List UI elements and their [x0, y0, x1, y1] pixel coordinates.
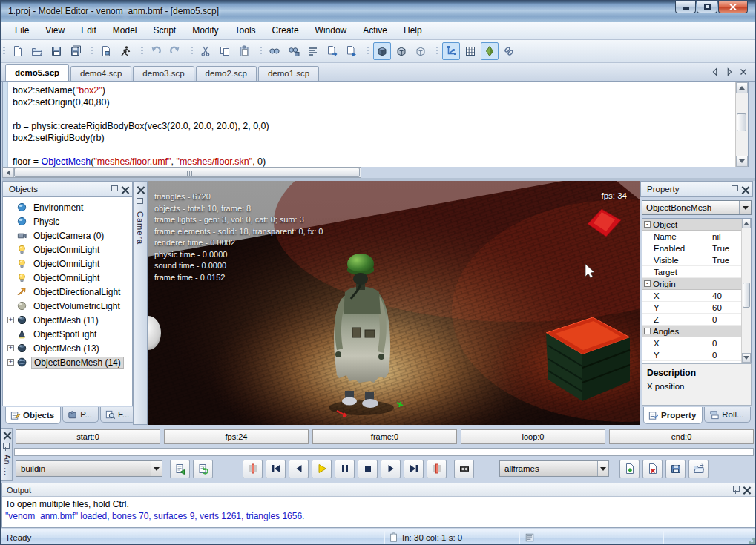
- toolbar-save-file-button[interactable]: [47, 42, 65, 60]
- close-icon[interactable]: [121, 185, 129, 194]
- transport-key-marker-button[interactable]: [427, 460, 447, 478]
- timeline-track[interactable]: [14, 448, 754, 456]
- menu-view[interactable]: View: [37, 22, 73, 39]
- toolbar-find-save-button[interactable]: [285, 42, 303, 60]
- toolbar-list-button[interactable]: [304, 42, 322, 60]
- menu-modify[interactable]: Modify: [184, 22, 226, 39]
- toolbar-cube-translucent-button[interactable]: [392, 42, 410, 60]
- transport-script-reload-button[interactable]: [193, 460, 213, 478]
- resize-grip[interactable]: [746, 535, 755, 544]
- close-icon[interactable]: [743, 486, 751, 494]
- toolbar-paste-button[interactable]: [235, 42, 253, 60]
- frames-dropdown[interactable]: allframes: [499, 460, 609, 477]
- panel-tab-property[interactable]: Property: [643, 407, 703, 424]
- scroll-down-button[interactable]: [742, 353, 751, 363]
- tree-item-objectomnilight[interactable]: ObjectOmniLight: [3, 257, 132, 271]
- transport-anim-delete-button[interactable]: [642, 460, 663, 478]
- tab-demo5.scp[interactable]: demo5.scp: [5, 64, 69, 81]
- tree-item-objectspotlight[interactable]: ObjectSpotLight: [3, 327, 132, 341]
- transport-play-button[interactable]: [312, 460, 332, 478]
- property-value[interactable]: 0: [709, 351, 741, 360]
- tree-item-environment[interactable]: Environment: [3, 200, 132, 214]
- panel-tab-objects[interactable]: Objects: [5, 407, 61, 424]
- dropdown-arrow[interactable]: [739, 201, 751, 214]
- animation-dropdown[interactable]: buildin: [16, 460, 162, 477]
- transport-anim-open-button[interactable]: [688, 460, 709, 478]
- menu-active[interactable]: Active: [355, 22, 395, 39]
- toolbar-open-file-button[interactable]: [28, 42, 46, 60]
- toolbar-normals-diamond-button[interactable]: [481, 42, 499, 60]
- tab-demo1.scp[interactable]: demo1.scp: [258, 66, 319, 81]
- tab-next-button[interactable]: [723, 66, 735, 78]
- close-icon[interactable]: [741, 185, 749, 194]
- tree-item-physic[interactable]: Physic: [3, 214, 132, 228]
- property-value[interactable]: 0: [709, 339, 741, 348]
- toolbar-find-button[interactable]: [266, 42, 283, 60]
- transport-anim-save-button[interactable]: [665, 460, 686, 478]
- property-value[interactable]: 0: [709, 315, 741, 324]
- tree-item-objectvolumetriclight[interactable]: ObjectVolumetricLight: [3, 299, 132, 313]
- menu-edit[interactable]: Edit: [73, 22, 105, 39]
- tab-demo2.scp[interactable]: demo2.scp: [196, 66, 257, 81]
- timeline-field-end[interactable]: end:0: [609, 429, 754, 444]
- panel-tab-f-[interactable]: F...: [100, 407, 136, 423]
- property-value[interactable]: 60: [709, 303, 741, 312]
- panel-tab-p-[interactable]: P...: [62, 407, 99, 423]
- toolbar-save-all-button[interactable]: [67, 42, 85, 60]
- menu-window[interactable]: Window: [307, 22, 355, 39]
- timeline-field-start[interactable]: start:0: [16, 429, 160, 444]
- property-group-object[interactable]: -Object: [642, 219, 741, 231]
- tab-demo3.scp[interactable]: demo3.scp: [133, 66, 194, 81]
- script-editor[interactable]: box2:setName("box2")box2:setOrigin(0,40,…: [2, 82, 749, 167]
- property-value[interactable]: True: [709, 256, 741, 265]
- transport-stop-button[interactable]: [358, 460, 378, 478]
- toolbar-cube-wire-button[interactable]: [412, 42, 430, 60]
- transport-skip-end-button[interactable]: [404, 460, 424, 478]
- transport-pause-button[interactable]: [335, 460, 355, 478]
- toolbar-page-run-button[interactable]: [343, 42, 361, 60]
- property-group-angles[interactable]: -Angles: [642, 326, 741, 337]
- toolbar-cube-solid-button[interactable]: [373, 42, 391, 60]
- scroll-up-button[interactable]: [736, 82, 748, 93]
- expander-icon[interactable]: +: [7, 345, 14, 351]
- tree-item-objectomnilight[interactable]: ObjectOmniLight: [3, 242, 132, 257]
- pin-icon[interactable]: [110, 185, 118, 194]
- animation-strip-label[interactable]: Ani...: [3, 455, 11, 476]
- property-value[interactable]: 40: [709, 291, 741, 300]
- collapse-icon[interactable]: -: [644, 221, 651, 228]
- close-button[interactable]: [718, 1, 748, 13]
- pin-icon[interactable]: [135, 197, 143, 207]
- tree-item-objectcamera-0-[interactable]: ObjectCamera (0): [3, 228, 132, 242]
- pin-icon[interactable]: [730, 185, 738, 194]
- expander-icon[interactable]: +: [7, 359, 14, 366]
- scroll-up-button[interactable]: [742, 219, 751, 228]
- toolbar-copy-button[interactable]: [216, 42, 234, 60]
- tab-close-button[interactable]: [737, 66, 749, 78]
- expander-icon[interactable]: +: [7, 317, 14, 323]
- hscroll-thumb[interactable]: [14, 168, 360, 177]
- pin-icon[interactable]: [732, 485, 740, 495]
- transport-script-add-button[interactable]: [170, 460, 190, 478]
- close-icon[interactable]: [137, 185, 145, 194]
- property-group-origin[interactable]: -Origin: [642, 278, 741, 290]
- toolbar-grid-button[interactable]: [461, 42, 479, 60]
- timeline-field-fps[interactable]: fps:24: [164, 429, 309, 444]
- property-value[interactable]: nil: [709, 232, 741, 241]
- toolbar-undo-button[interactable]: [147, 42, 165, 60]
- toolbar-redo-button[interactable]: [166, 42, 184, 60]
- scroll-thumb[interactable]: [737, 113, 746, 131]
- scroll-thumb[interactable]: [743, 283, 750, 308]
- editor-vscrollbar[interactable]: [735, 82, 748, 167]
- toolbar-new-file-button[interactable]: [9, 42, 27, 60]
- transport-skip-start-button[interactable]: [266, 460, 286, 478]
- property-scrollbar[interactable]: [741, 219, 751, 363]
- transport-step-back-button[interactable]: [289, 460, 309, 478]
- tree-item-objectmesh-11-[interactable]: +ObjectMesh (11): [3, 313, 132, 327]
- transport-step-forward-button[interactable]: [381, 460, 401, 478]
- toolbar-export-file-button[interactable]: [97, 42, 115, 60]
- toolbar-run-button[interactable]: [116, 42, 134, 60]
- menu-script[interactable]: Script: [145, 22, 185, 39]
- viewport-3d[interactable]: triangles - 6720objects - total: 10, fra…: [148, 181, 640, 425]
- camera-strip-label[interactable]: Camera: [136, 211, 145, 245]
- toolbar-link-chain-button[interactable]: [500, 42, 518, 60]
